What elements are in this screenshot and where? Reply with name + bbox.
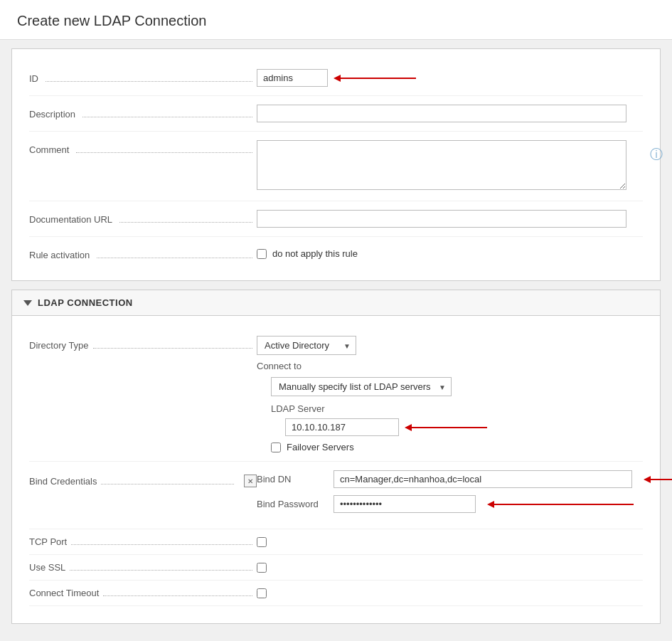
bind-cred-dots: [101, 484, 234, 484]
comment-row: Comment ⓘ: [29, 132, 643, 201]
connect-timeout-row: Connect Timeout: [29, 581, 643, 606]
use-ssl-label: Use SSL: [29, 562, 257, 573]
failover-row: Failover Servers: [271, 442, 643, 452]
tcp-port-row: TCP Port: [29, 529, 643, 555]
id-input[interactable]: [257, 69, 328, 87]
bind-password-row: Bind Password: [257, 495, 672, 513]
ldap-server-inner: [285, 418, 643, 436]
ldap-section: LDAP CONNECTION Directory Type Active Di…: [11, 290, 661, 624]
bind-cred-clear-icon[interactable]: ✕: [244, 475, 257, 487]
triangle-icon: [23, 300, 32, 306]
ldap-server-arrow: [402, 420, 494, 435]
doc-url-control: [257, 210, 643, 228]
rule-activation-checkbox-label: do not apply this rule: [272, 248, 358, 259]
svg-marker-7: [487, 501, 494, 508]
bind-dn-row: Bind DN: [257, 470, 672, 488]
id-row: ID: [29, 60, 643, 96]
description-row: Description: [29, 96, 643, 132]
doc-url-dots: [119, 222, 252, 223]
comment-label: Comment: [29, 140, 257, 155]
bind-password-input[interactable]: [334, 495, 476, 513]
bind-credentials-row: Bind Credentials ✕ Bind DN Bind Pa: [29, 462, 643, 529]
ldap-section-header[interactable]: LDAP CONNECTION: [12, 290, 660, 316]
tcp-port-label: TCP Port: [29, 536, 257, 547]
rule-dots: [97, 258, 252, 258]
directory-type-select[interactable]: Active Directory OpenLDAP Posix: [257, 336, 356, 355]
failover-label: Failover Servers: [287, 442, 354, 452]
directory-type-row: Directory Type Active Directory OpenLDAP…: [29, 327, 643, 462]
bind-password-arrow: [484, 497, 641, 512]
doc-url-row: Documentation URL: [29, 201, 643, 237]
ssl-dots: [70, 570, 252, 571]
failover-checkbox[interactable]: [271, 443, 281, 452]
description-dots: [82, 117, 252, 117]
directory-type-control: Active Directory OpenLDAP Posix ▼ Connec…: [257, 336, 643, 452]
page-title: Create new LDAP Connection: [0, 0, 672, 40]
id-label: ID: [29, 69, 257, 84]
ldap-section-title: LDAP CONNECTION: [38, 297, 133, 308]
directory-type-select-wrapper: Active Directory OpenLDAP Posix ▼: [257, 336, 356, 355]
rule-activation-control: do not apply this rule: [257, 245, 643, 259]
bind-dn-input[interactable]: [334, 470, 632, 488]
bind-credentials-control: Bind DN Bind Password: [257, 470, 672, 520]
id-control: [257, 69, 643, 87]
tcp-port-dots: [71, 544, 252, 545]
comment-textarea[interactable]: [257, 140, 626, 190]
svg-marker-1: [334, 75, 341, 82]
tcp-port-checkbox[interactable]: [257, 537, 267, 547]
rule-checkbox-row: do not apply this rule: [257, 245, 643, 259]
doc-url-input[interactable]: [257, 210, 626, 228]
rule-activation-label: Rule activation: [29, 245, 257, 260]
comment-control: ⓘ: [257, 140, 643, 192]
bind-credentials-label: Bind Credentials ✕: [29, 470, 257, 487]
timeout-dots: [103, 595, 252, 596]
id-arrow: [331, 71, 423, 85]
use-ssl-checkbox[interactable]: [257, 563, 267, 573]
connect-to-inner: Manually specify list of LDAP servers Us…: [271, 377, 643, 452]
doc-url-label: Documentation URL: [29, 210, 257, 225]
directory-type-label: Directory Type: [29, 336, 257, 351]
rule-activation-row: Rule activation do not apply this rule: [29, 237, 643, 269]
connect-to-label: Connect to: [257, 361, 643, 371]
svg-marker-3: [405, 424, 412, 431]
bind-password-label: Bind Password: [257, 499, 328, 509]
ldap-server-label: LDAP Server: [271, 403, 643, 414]
description-label: Description: [29, 105, 257, 120]
connect-method-select[interactable]: Manually specify list of LDAP servers Us…: [271, 377, 452, 396]
ldap-body: Directory Type Active Directory OpenLDAP…: [12, 316, 660, 623]
bind-dn-arrow: [641, 472, 672, 487]
use-ssl-row: Use SSL: [29, 555, 643, 581]
main-form-section: ID Description: [11, 48, 661, 281]
description-input[interactable]: [257, 105, 626, 122]
connect-timeout-checkbox[interactable]: [257, 588, 267, 598]
bind-dn-label: Bind DN: [257, 474, 328, 484]
form-body: ID Description: [12, 49, 660, 280]
dir-type-dots: [93, 348, 252, 349]
rule-activation-checkbox[interactable]: [257, 249, 267, 259]
connect-timeout-label: Connect Timeout: [29, 588, 257, 598]
description-control: [257, 105, 643, 122]
svg-marker-5: [644, 476, 651, 483]
comment-info-icon[interactable]: ⓘ: [650, 146, 663, 163]
ldap-server-input[interactable]: [285, 418, 399, 436]
comment-dots: [76, 152, 252, 153]
id-dots: [46, 81, 252, 82]
connect-method-select-wrapper: Manually specify list of LDAP servers Us…: [271, 377, 452, 396]
